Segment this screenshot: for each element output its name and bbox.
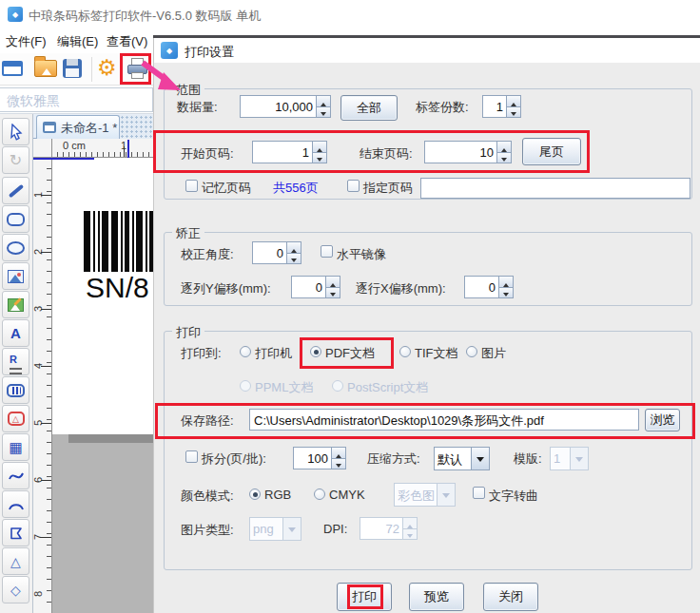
spin-up-icon[interactable] xyxy=(507,95,521,106)
tool-pointer[interactable] xyxy=(2,118,29,145)
radio-tif[interactable] xyxy=(399,346,411,357)
new-document-icon[interactable] xyxy=(2,61,23,76)
spin-up-icon[interactable] xyxy=(317,95,331,106)
copies-value[interactable]: 1 xyxy=(482,95,507,118)
tool-rich-text[interactable]: R xyxy=(2,348,29,375)
remember-pages-checkbox[interactable] xyxy=(185,180,198,192)
radio-image[interactable] xyxy=(466,346,477,357)
spin-up-icon[interactable] xyxy=(497,141,512,152)
radio-cmyk[interactable] xyxy=(314,488,325,500)
radio-cmyk-label[interactable]: CMYK xyxy=(329,488,365,502)
menu-item-2[interactable]: 查看(V) xyxy=(107,33,147,50)
end-page-spinner[interactable]: 10 xyxy=(424,141,512,163)
tool-image[interactable] xyxy=(2,262,29,290)
spin-up-icon[interactable] xyxy=(332,447,346,458)
tool-rotate[interactable]: ↻ xyxy=(2,146,29,174)
tool-line[interactable] xyxy=(2,177,29,204)
compress-value[interactable]: 默认 xyxy=(434,447,472,470)
spin-down-icon[interactable] xyxy=(317,106,331,119)
v-ruler-label-3: 3 xyxy=(32,306,44,312)
group-print-title: 打印 xyxy=(172,324,204,341)
data-qty-spinner[interactable]: 10,000 xyxy=(240,95,331,118)
dialog-title-bar[interactable]: 打印设置 xyxy=(153,38,700,63)
last-page-button[interactable]: 尾页 xyxy=(522,138,581,165)
spin-down-icon[interactable] xyxy=(287,253,301,265)
tool-sidebar: ↻AR△▦△◇ xyxy=(0,114,33,613)
row-x-offset-value[interactable]: 0 xyxy=(464,276,499,298)
start-page-value[interactable]: 1 xyxy=(252,141,313,163)
tool-diamond[interactable]: ◇ xyxy=(2,576,29,603)
h-ruler-label-1: 1 xyxy=(121,140,126,151)
tool-polygon[interactable] xyxy=(2,519,29,546)
all-button[interactable]: 全部 xyxy=(340,95,398,121)
row-x-offset-spinner[interactable]: 0 xyxy=(464,276,514,298)
radio-printer[interactable] xyxy=(240,346,251,357)
open-folder-icon[interactable] xyxy=(34,60,57,77)
radio-printer-label[interactable]: 打印机 xyxy=(255,345,292,362)
tool-qrcode[interactable]: ▦ xyxy=(2,433,29,461)
split-value[interactable]: 100 xyxy=(293,447,332,469)
spin-down-icon[interactable] xyxy=(507,106,521,119)
menu-item-0[interactable]: 文件(F) xyxy=(6,33,47,50)
col-y-offset-value[interactable]: 0 xyxy=(291,276,326,298)
split-label: 拆分(页/批): xyxy=(202,450,266,468)
tool-triangle[interactable]: △ xyxy=(2,547,29,575)
col-y-offset-spinner[interactable]: 0 xyxy=(291,276,340,298)
compress-combo[interactable]: 默认 xyxy=(434,447,490,470)
document-icon xyxy=(43,122,56,133)
save-path-input[interactable]: C:\Users\Administrator\Desktop\1029\条形码文… xyxy=(249,409,639,431)
spin-down-icon[interactable] xyxy=(326,287,340,299)
tool-picture[interactable] xyxy=(2,291,29,318)
menu-item-1[interactable]: 编辑(E) xyxy=(57,33,98,50)
spin-up-icon[interactable] xyxy=(499,276,514,287)
specify-pages-input[interactable] xyxy=(420,178,690,199)
radio-pdf-label[interactable]: PDF文档 xyxy=(325,345,375,362)
browse-button[interactable]: 浏览 xyxy=(645,409,680,431)
tool-seal[interactable]: △ xyxy=(2,405,29,432)
mirror-checkbox[interactable] xyxy=(321,245,333,258)
radio-image-label[interactable]: 图片 xyxy=(481,345,506,362)
split-spinner[interactable]: 100 xyxy=(293,447,346,469)
radio-rgb[interactable] xyxy=(249,488,261,500)
tool-text[interactable]: A xyxy=(2,319,29,347)
spin-down-icon[interactable] xyxy=(497,152,512,164)
preview-button[interactable]: 预览 xyxy=(409,583,464,611)
spin-up-icon[interactable] xyxy=(326,276,340,287)
text-to-curve-label: 文字转曲 xyxy=(489,488,538,505)
copies-spinner[interactable]: 1 xyxy=(482,95,521,118)
text-to-curve-checkbox[interactable] xyxy=(473,487,485,499)
spin-up-icon[interactable] xyxy=(313,141,327,152)
radio-tif-label[interactable]: TIF文档 xyxy=(415,345,458,362)
spin-up-icon[interactable] xyxy=(287,241,301,253)
spin-down-icon[interactable] xyxy=(313,152,327,164)
tool-arc[interactable] xyxy=(2,490,29,518)
settings-gear-icon[interactable]: ⚙ xyxy=(97,55,117,81)
angle-value[interactable]: 0 xyxy=(252,241,287,264)
tool-rounded-rect[interactable] xyxy=(2,205,29,233)
tab-untitled-1[interactable]: 未命名-1 * xyxy=(36,115,120,139)
chevron-down-icon[interactable] xyxy=(472,447,490,470)
tool-curve[interactable] xyxy=(2,462,29,489)
print-button[interactable]: 打印 xyxy=(337,583,392,611)
print-icon[interactable] xyxy=(126,58,148,81)
title-bar: 中琅条码标签打印软件-V6.5.0 数码版 单机 xyxy=(0,0,700,29)
radio-rgb-label[interactable]: RGB xyxy=(264,488,291,502)
radio-pdf[interactable] xyxy=(310,346,321,357)
data-qty-value[interactable]: 10,000 xyxy=(240,95,317,118)
font-selector[interactable]: 微软雅黑 xyxy=(0,87,153,112)
specify-pages-checkbox[interactable] xyxy=(347,180,360,192)
close-button[interactable]: 关闭 xyxy=(483,583,538,611)
save-icon[interactable] xyxy=(63,59,82,78)
tool-ellipse[interactable] xyxy=(2,234,29,261)
remember-pages-label: 记忆页码 xyxy=(202,180,251,197)
barcode-object[interactable] xyxy=(84,211,153,272)
end-page-value[interactable]: 10 xyxy=(424,141,497,163)
angle-spinner[interactable]: 0 xyxy=(252,241,301,264)
split-checkbox[interactable] xyxy=(185,450,198,463)
v-ruler-major-ticks xyxy=(41,158,51,613)
spin-down-icon[interactable] xyxy=(332,458,346,470)
start-page-spinner[interactable]: 1 xyxy=(252,141,327,163)
group-correction-title: 矫正 xyxy=(172,225,204,242)
tool-barcode[interactable] xyxy=(2,376,29,404)
spin-down-icon[interactable] xyxy=(499,287,514,299)
